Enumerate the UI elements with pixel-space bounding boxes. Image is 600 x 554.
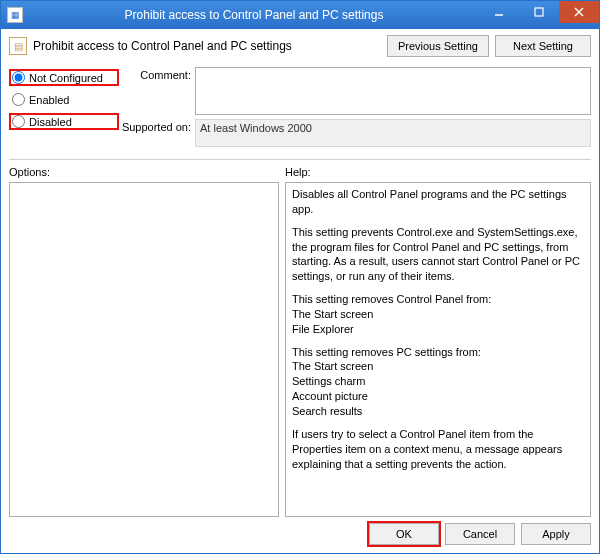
ok-button[interactable]: OK [369,523,439,545]
radio-disabled-label: Disabled [29,116,72,128]
help-pane: Help: Disables all Control Panel program… [285,166,591,517]
next-setting-button[interactable]: Next Setting [495,35,591,57]
radio-not-configured-input[interactable] [12,71,25,84]
comment-textarea[interactable] [195,67,591,115]
radio-not-configured[interactable]: Not Configured [9,69,119,86]
policy-title: Prohibit access to Control Panel and PC … [33,39,387,53]
comment-label: Comment: [119,67,195,115]
radio-not-configured-label: Not Configured [29,72,103,84]
policy-icon: ▤ [9,37,27,55]
help-text: This setting removes Control Panel from:… [292,292,584,337]
state-radios: Not Configured Enabled Disabled [9,67,119,151]
help-box[interactable]: Disables all Control Panel programs and … [285,182,591,517]
options-label: Options: [9,166,279,178]
apply-button[interactable]: Apply [521,523,591,545]
close-button[interactable] [559,1,599,23]
radio-disabled-input[interactable] [12,115,25,128]
options-box [9,182,279,517]
radio-enabled[interactable]: Enabled [9,92,119,107]
maximize-button[interactable] [519,1,559,23]
policy-editor-window: ▦ Prohibit access to Control Panel and P… [0,0,600,554]
help-text: This setting removes PC settings from: T… [292,345,584,419]
minimize-button[interactable] [479,1,519,23]
content-area: ▤ Prohibit access to Control Panel and P… [1,29,599,553]
titlebar: ▦ Prohibit access to Control Panel and P… [1,1,599,29]
nav-buttons: Previous Setting Next Setting [387,35,591,57]
options-pane: Options: [9,166,279,517]
comment-supported-col: Comment: Supported on: At least Windows … [119,67,591,151]
footer-buttons: OK Cancel Apply [9,517,591,545]
help-text: If users try to select a Control Panel i… [292,427,584,472]
window-controls [479,1,599,29]
radio-disabled[interactable]: Disabled [9,113,119,130]
help-label: Help: [285,166,591,178]
radio-enabled-label: Enabled [29,94,69,106]
radio-enabled-input[interactable] [12,93,25,106]
svg-rect-1 [535,8,543,16]
window-title: Prohibit access to Control Panel and PC … [29,8,479,22]
config-row: Not Configured Enabled Disabled Comment: [9,67,591,151]
comment-row: Comment: [119,67,591,115]
divider [9,159,591,160]
help-text: Disables all Control Panel programs and … [292,187,584,217]
supported-textarea: At least Windows 2000 [195,119,591,147]
previous-setting-button[interactable]: Previous Setting [387,35,489,57]
supported-row: Supported on: At least Windows 2000 [119,119,591,147]
panes-row: Options: Help: Disables all Control Pane… [9,166,591,517]
header-row: ▤ Prohibit access to Control Panel and P… [9,35,591,57]
app-icon: ▦ [7,7,23,23]
cancel-button[interactable]: Cancel [445,523,515,545]
supported-label: Supported on: [119,119,195,147]
help-text: This setting prevents Control.exe and Sy… [292,225,584,284]
